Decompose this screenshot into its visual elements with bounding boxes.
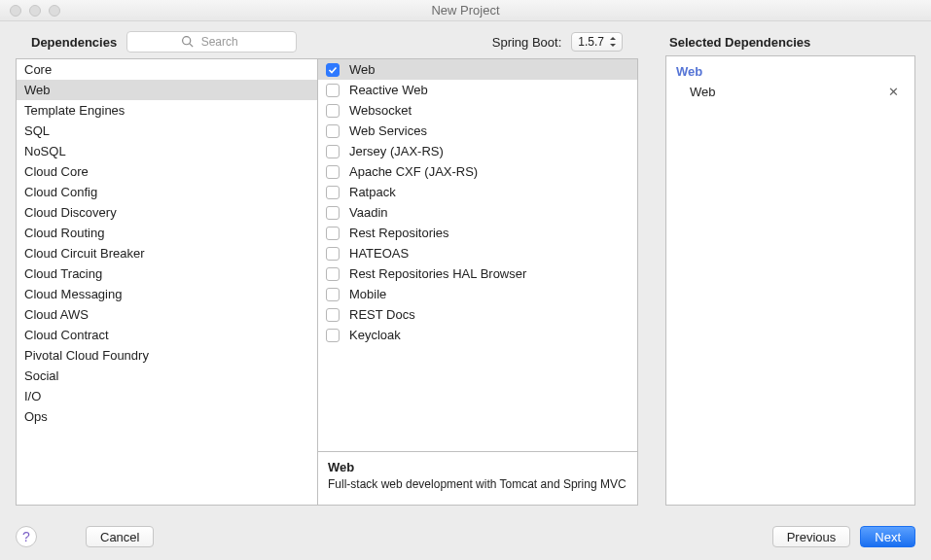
dependency-label: Websocket [349,103,412,118]
dependency-item[interactable]: HATEOAS [318,243,637,263]
selected-group-title: Web [676,62,905,83]
dependency-checkbox[interactable] [326,308,340,322]
dependency-checkbox[interactable] [326,206,340,220]
dependency-item[interactable]: REST Docs [318,304,637,325]
help-button[interactable]: ? [16,526,37,547]
dependency-item[interactable]: Websocket [318,100,637,121]
dependency-checkbox[interactable] [326,145,340,158]
dependency-item[interactable]: Mobile [318,284,637,304]
dependency-item[interactable]: Apache CXF (JAX-RS) [318,161,637,182]
dependency-list[interactable]: WebReactive WebWebsocketWeb ServicesJers… [318,59,637,451]
dependency-label: Keycloak [349,328,401,342]
spring-boot-label: Spring Boot: [492,35,562,50]
category-item[interactable]: Cloud Routing [17,223,317,243]
dependency-checkbox[interactable] [326,84,340,97]
dependency-checkbox[interactable] [326,329,340,342]
category-item[interactable]: Cloud Contract [17,325,317,345]
dependency-label: REST Docs [349,307,415,322]
dialog-footer: ? Cancel Previous Next [0,513,931,560]
dependency-item[interactable]: Web Services [318,121,637,141]
category-item[interactable]: Pivotal Cloud Foundry [17,345,317,366]
search-input[interactable] [126,31,297,52]
dependency-item[interactable]: Reactive Web [318,80,637,100]
dependency-label: Rest Repositories [349,226,449,240]
dependency-label: Web [349,62,376,77]
category-item[interactable]: Cloud Messaging [17,284,317,304]
new-project-dialog: New Project Dependencies Spring Boot: 1.… [0,0,931,560]
dependency-checkbox[interactable] [326,186,340,199]
dependency-checkbox[interactable] [326,247,340,261]
cancel-button[interactable]: Cancel [86,526,154,547]
selected-dependencies-label: Selected Dependencies [665,21,915,55]
dependency-item[interactable]: Keycloak [318,325,637,345]
next-button[interactable]: Next [860,526,915,547]
category-item[interactable]: Ops [17,406,317,427]
remove-dependency-icon[interactable]: ✕ [884,85,903,99]
dependencies-label: Dependencies [31,35,117,50]
dependency-checkbox[interactable] [326,288,340,301]
dependency-label: HATEOAS [349,246,409,261]
category-item[interactable]: Core [17,59,317,80]
dependency-checkbox[interactable] [326,63,340,77]
category-list[interactable]: CoreWebTemplate EnginesSQLNoSQLCloud Cor… [17,59,318,505]
spring-boot-version-select[interactable]: 1.5.7 [571,32,623,52]
dependency-checkbox[interactable] [326,165,340,179]
selected-dependencies-panel: WebWeb✕ [665,55,915,506]
category-item[interactable]: Web [17,80,317,100]
category-item[interactable]: Cloud Config [17,182,317,202]
dependency-label: Rest Repositories HAL Browser [349,266,526,281]
dependency-label: Jersey (JAX-RS) [349,144,444,158]
category-item[interactable]: SQL [17,121,317,141]
dependency-label: Reactive Web [349,83,428,97]
dependency-label: Web Services [349,123,427,138]
dependency-item[interactable]: Web [318,59,637,80]
dependency-label: Apache CXF (JAX-RS) [349,164,478,179]
dependency-checkbox[interactable] [326,104,340,118]
category-item[interactable]: I/O [17,386,317,406]
titlebar: New Project [0,0,931,21]
dependency-item[interactable]: Vaadin [318,202,637,223]
selected-dependency-item[interactable]: Web✕ [676,83,905,101]
category-item[interactable]: Cloud Core [17,161,317,182]
dependency-item[interactable]: Rest Repositories [318,223,637,243]
category-item[interactable]: Cloud Discovery [17,202,317,223]
previous-button[interactable]: Previous [772,526,851,547]
window-title: New Project [0,3,931,18]
dependency-description: Web Full-stack web development with Tomc… [318,451,637,505]
category-item[interactable]: Social [17,366,317,386]
dependency-description-text: Full-stack web development with Tomcat a… [328,477,627,491]
selected-dependency-label: Web [690,85,716,99]
category-item[interactable]: Cloud AWS [17,304,317,325]
dependency-item[interactable]: Jersey (JAX-RS) [318,141,637,161]
dependency-item[interactable]: Ratpack [318,182,637,202]
dependency-checkbox[interactable] [326,267,340,281]
spring-boot-version-value: 1.5.7 [578,35,604,49]
dependency-label: Mobile [349,287,386,301]
category-item[interactable]: NoSQL [17,141,317,161]
help-icon: ? [22,529,30,544]
category-item[interactable]: Template Engines [17,100,317,121]
dependency-label: Vaadin [349,205,388,220]
dependency-description-title: Web [328,460,627,474]
category-item[interactable]: Cloud Tracing [17,263,317,284]
dependency-checkbox[interactable] [326,124,340,138]
dependency-checkbox[interactable] [326,227,340,240]
category-item[interactable]: Cloud Circuit Breaker [17,243,317,263]
dependency-item[interactable]: Rest Repositories HAL Browser [318,263,637,284]
dependency-label: Ratpack [349,185,396,199]
